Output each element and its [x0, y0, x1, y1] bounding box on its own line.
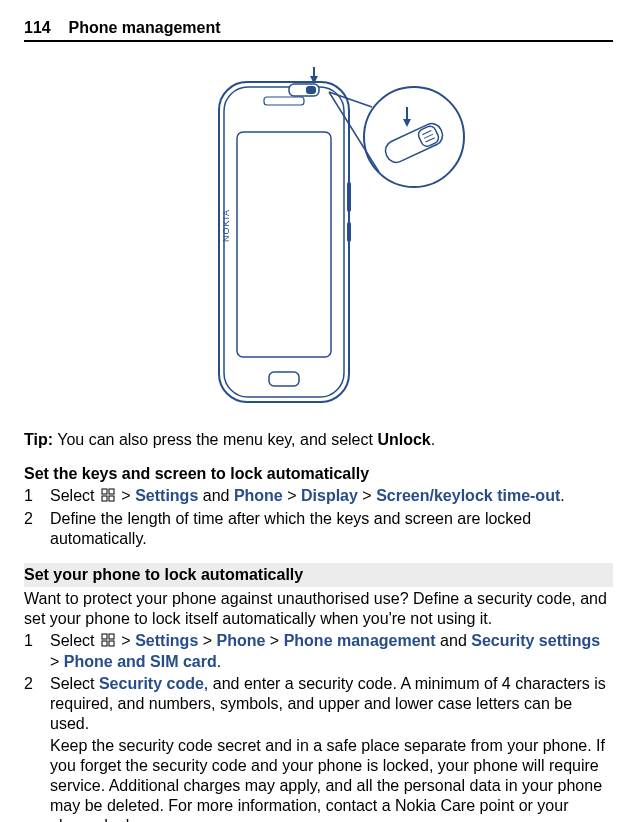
- list-item: 2 Select Security code, and enter a secu…: [24, 674, 613, 822]
- nav-phonesim: Phone and SIM card: [64, 653, 217, 670]
- nav-timeout: Screen/keylock time-out: [376, 487, 560, 504]
- step2-detail: Keep the security code secret and in a s…: [50, 736, 613, 822]
- svg-rect-5: [306, 86, 316, 94]
- nav-display: Display: [301, 487, 358, 504]
- phone-illustration: NOKIA: [24, 62, 613, 412]
- svg-rect-23: [109, 489, 114, 494]
- nav-phone: Phone: [217, 632, 266, 649]
- step-body: Select Security code, and enter a securi…: [50, 674, 613, 822]
- set-keys-section: Set the keys and screen to lock automati…: [24, 464, 613, 549]
- step-body: Define the length of time after which th…: [50, 509, 613, 549]
- menu-icon: [101, 487, 115, 507]
- svg-rect-25: [109, 496, 114, 501]
- svg-rect-28: [102, 641, 107, 646]
- page-header: 114 Phone management: [24, 18, 613, 42]
- set-keys-list: 1 Select > Settings and Phone > Display …: [24, 486, 613, 549]
- list-item: 2 Define the length of time after which …: [24, 509, 613, 549]
- step-number: 2: [24, 674, 50, 822]
- nav-settings: Settings: [135, 632, 198, 649]
- svg-rect-6: [269, 372, 299, 386]
- svg-rect-9: [347, 222, 351, 242]
- nav-secsettings: Security settings: [471, 632, 600, 649]
- svg-rect-29: [109, 641, 114, 646]
- nav-phonemgmt: Phone management: [284, 632, 436, 649]
- tip-unlock: Unlock: [377, 431, 430, 448]
- svg-rect-26: [102, 634, 107, 639]
- set-keys-title: Set the keys and screen to lock automati…: [24, 464, 613, 484]
- svg-text:NOKIA: NOKIA: [221, 209, 231, 242]
- list-item: 1 Select > Settings and Phone > Display …: [24, 486, 613, 507]
- step-body: Select > Settings > Phone > Phone manage…: [50, 631, 613, 672]
- tip-text-b: .: [431, 431, 435, 448]
- svg-rect-2: [237, 132, 331, 357]
- nav-security-code: Security code: [99, 675, 204, 692]
- tip-text-a: You can also press the menu key, and sel…: [57, 431, 377, 448]
- svg-rect-22: [102, 489, 107, 494]
- step-number: 1: [24, 631, 50, 672]
- svg-rect-24: [102, 496, 107, 501]
- menu-icon: [101, 632, 115, 652]
- autolock-title: Set your phone to lock automatically: [24, 563, 613, 587]
- tip-label: Tip:: [24, 431, 53, 448]
- autolock-intro: Want to protect your phone against unaut…: [24, 589, 613, 629]
- phone-svg: NOKIA: [169, 62, 469, 412]
- nav-phone: Phone: [234, 487, 283, 504]
- step-body: Select > Settings and Phone > Display > …: [50, 486, 613, 507]
- svg-rect-27: [109, 634, 114, 639]
- list-item: 1 Select > Settings > Phone > Phone mana…: [24, 631, 613, 672]
- svg-rect-8: [347, 182, 351, 212]
- svg-rect-3: [264, 97, 304, 105]
- tip-paragraph: Tip: You can also press the menu key, an…: [24, 430, 613, 450]
- step-number: 2: [24, 509, 50, 549]
- page-number: 114: [24, 19, 51, 36]
- step-number: 1: [24, 486, 50, 507]
- page-title: Phone management: [55, 19, 220, 36]
- autolock-list: 1 Select > Settings > Phone > Phone mana…: [24, 631, 613, 822]
- nav-settings: Settings: [135, 487, 198, 504]
